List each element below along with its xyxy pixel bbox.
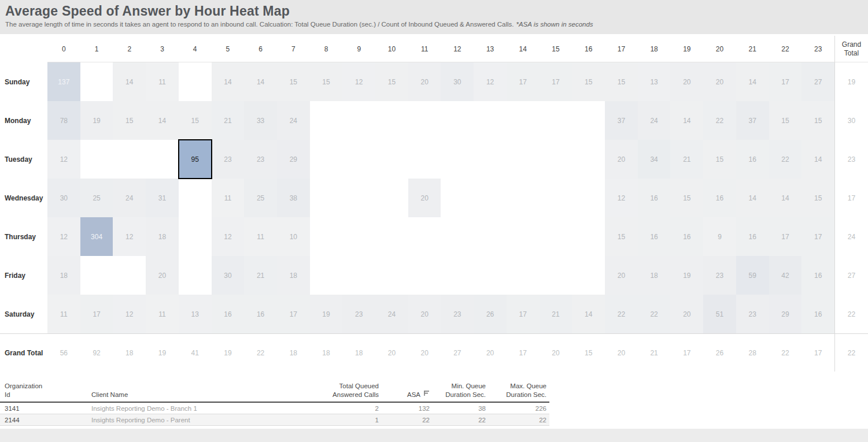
col-header-hour-22[interactable]: 22 (769, 36, 802, 62)
heatmap-cell-wednesday-3[interactable]: 31 (146, 179, 179, 217)
heatmap-cell-sunday-23[interactable]: 27 (801, 62, 834, 101)
heatmap-cell-saturday-23[interactable]: 16 (801, 295, 834, 333)
heatmap-cell-sunday-22[interactable]: 17 (769, 62, 802, 101)
heatmap-cell-wednesday-6[interactable]: 25 (244, 179, 277, 217)
heatmap-cell-monday-18[interactable]: 24 (638, 101, 671, 140)
heatmap-cell-sunday-7[interactable]: 15 (277, 62, 310, 101)
heatmap-cell-tuesday-10[interactable] (375, 140, 408, 179)
row-label-friday[interactable]: Friday (0, 256, 47, 295)
sum-cell-row1-col1[interactable]: Insights Reporting Demo - Parent (87, 414, 278, 426)
sum-col-header-5[interactable]: Max. Queue Duration Sec. (489, 381, 549, 403)
heatmap-cell-saturday-6[interactable]: 16 (244, 295, 277, 333)
heatmap-cell-friday-22[interactable]: 42 (769, 256, 802, 295)
heatmap-cell-wednesday-2[interactable]: 24 (113, 179, 146, 217)
heatmap-cell-monday-2[interactable]: 15 (113, 101, 146, 140)
heatmap-cell-wednesday-0[interactable]: 30 (47, 179, 80, 217)
sum-cell-row1-col2[interactable]: 1 (278, 414, 382, 426)
grand-total-hour-1[interactable]: 92 (80, 333, 113, 372)
heatmap-cell-friday-6[interactable]: 21 (244, 256, 277, 295)
col-header-hour-3[interactable]: 3 (146, 36, 179, 62)
sum-cell-row0-col4[interactable]: 38 (433, 403, 489, 414)
heatmap-cell-thursday-4[interactable] (179, 217, 212, 256)
heatmap-cell-saturday-2[interactable]: 12 (113, 295, 146, 333)
heatmap-cell-thursday-23[interactable]: 17 (801, 217, 834, 256)
heatmap-cell-thursday-7[interactable]: 10 (277, 217, 310, 256)
row-label-monday[interactable]: Monday (0, 101, 47, 140)
grand-total-hour-11[interactable]: 20 (408, 333, 441, 372)
grand-total-thursday[interactable]: 24 (834, 217, 868, 256)
heatmap-cell-friday-21[interactable]: 59 (736, 256, 769, 295)
heatmap-cell-wednesday-16[interactable] (572, 179, 605, 217)
heatmap-cell-thursday-13[interactable] (474, 217, 507, 256)
grand-total-tuesday[interactable]: 23 (834, 140, 868, 179)
col-header-hour-9[interactable]: 9 (342, 36, 375, 62)
heatmap-cell-sunday-0[interactable]: 137 (47, 62, 80, 101)
grand-total-saturday[interactable]: 22 (834, 295, 868, 333)
heatmap-cell-monday-16[interactable] (572, 101, 605, 140)
heatmap-cell-tuesday-3[interactable] (146, 140, 179, 179)
col-header-hour-12[interactable]: 12 (441, 36, 474, 62)
heatmap-cell-tuesday-17[interactable]: 20 (605, 140, 638, 179)
heatmap-cell-thursday-14[interactable] (507, 217, 540, 256)
heatmap-cell-sunday-10[interactable]: 15 (375, 62, 408, 101)
heatmap-cell-friday-19[interactable]: 19 (670, 256, 703, 295)
col-header-hour-19[interactable]: 19 (670, 36, 703, 62)
heatmap-cell-saturday-8[interactable]: 19 (310, 295, 343, 333)
col-header-hour-1[interactable]: 1 (80, 36, 113, 62)
heatmap-cell-wednesday-18[interactable]: 16 (638, 179, 671, 217)
heatmap-cell-wednesday-7[interactable]: 38 (277, 179, 310, 217)
col-header-hour-14[interactable]: 14 (507, 36, 540, 62)
grand-total-hour-8[interactable]: 18 (310, 333, 343, 372)
row-label-tuesday[interactable]: Tuesday (0, 140, 47, 179)
heatmap-cell-monday-3[interactable]: 14 (146, 101, 179, 140)
heatmap-cell-sunday-14[interactable]: 17 (507, 62, 540, 101)
heatmap-cell-wednesday-5[interactable]: 11 (212, 179, 245, 217)
heatmap-cell-saturday-15[interactable]: 21 (540, 295, 572, 333)
col-header-hour-0[interactable]: 0 (47, 36, 80, 62)
heatmap-cell-sunday-16[interactable]: 15 (572, 62, 605, 101)
heatmap-cell-saturday-14[interactable]: 17 (507, 295, 540, 333)
heatmap-cell-sunday-3[interactable]: 11 (146, 62, 179, 101)
heatmap-cell-friday-4[interactable] (179, 256, 212, 295)
heatmap-cell-thursday-6[interactable]: 11 (244, 217, 277, 256)
grand-total-hour-9[interactable]: 18 (342, 333, 375, 372)
heatmap-cell-thursday-0[interactable]: 12 (47, 217, 80, 256)
heatmap-cell-saturday-7[interactable]: 17 (277, 295, 310, 333)
heatmap-cell-saturday-12[interactable]: 23 (441, 295, 474, 333)
heatmap-cell-thursday-1[interactable]: 304 (80, 217, 113, 256)
grand-total-hour-10[interactable]: 20 (375, 333, 408, 372)
row-label-sunday[interactable]: Sunday (0, 62, 47, 101)
heatmap-cell-tuesday-13[interactable] (474, 140, 507, 179)
grand-total-hour-0[interactable]: 56 (47, 333, 80, 372)
col-header-hour-5[interactable]: 5 (212, 36, 245, 62)
heatmap-cell-tuesday-7[interactable]: 29 (277, 140, 310, 179)
heatmap-cell-tuesday-14[interactable] (507, 140, 540, 179)
heatmap-cell-thursday-2[interactable]: 12 (113, 217, 146, 256)
heatmap-cell-monday-22[interactable]: 15 (769, 101, 802, 140)
sum-col-header-3[interactable]: ASA (382, 381, 433, 403)
col-header-hour-23[interactable]: 23 (801, 36, 834, 62)
heatmap-cell-thursday-20[interactable]: 9 (703, 217, 736, 256)
heatmap-cell-sunday-8[interactable]: 15 (310, 62, 343, 101)
heatmap-cell-tuesday-19[interactable]: 21 (670, 140, 703, 179)
heatmap-cell-friday-16[interactable] (572, 256, 605, 295)
heatmap-cell-friday-9[interactable] (342, 256, 375, 295)
heatmap-cell-thursday-17[interactable]: 15 (605, 217, 638, 256)
heatmap-cell-friday-17[interactable]: 20 (605, 256, 638, 295)
heatmap-cell-monday-0[interactable]: 78 (47, 101, 80, 140)
heatmap-cell-monday-12[interactable] (441, 101, 474, 140)
heatmap-cell-sunday-20[interactable]: 20 (703, 62, 736, 101)
col-header-hour-10[interactable]: 10 (375, 36, 408, 62)
heatmap-cell-sunday-6[interactable]: 14 (244, 62, 277, 101)
grand-total-hour-23[interactable]: 17 (801, 333, 834, 372)
heatmap-cell-monday-9[interactable] (342, 101, 375, 140)
grand-total-hour-5[interactable]: 19 (212, 333, 245, 372)
heatmap-cell-wednesday-21[interactable]: 14 (736, 179, 769, 217)
grand-total-hour-2[interactable]: 18 (113, 333, 146, 372)
heatmap-cell-tuesday-4[interactable]: 95 (179, 140, 212, 179)
grand-total-hour-20[interactable]: 26 (703, 333, 736, 372)
heatmap-cell-tuesday-16[interactable] (572, 140, 605, 179)
grand-total-hour-14[interactable]: 17 (507, 333, 540, 372)
heatmap-cell-sunday-2[interactable]: 14 (113, 62, 146, 101)
heatmap-cell-thursday-21[interactable]: 16 (736, 217, 769, 256)
